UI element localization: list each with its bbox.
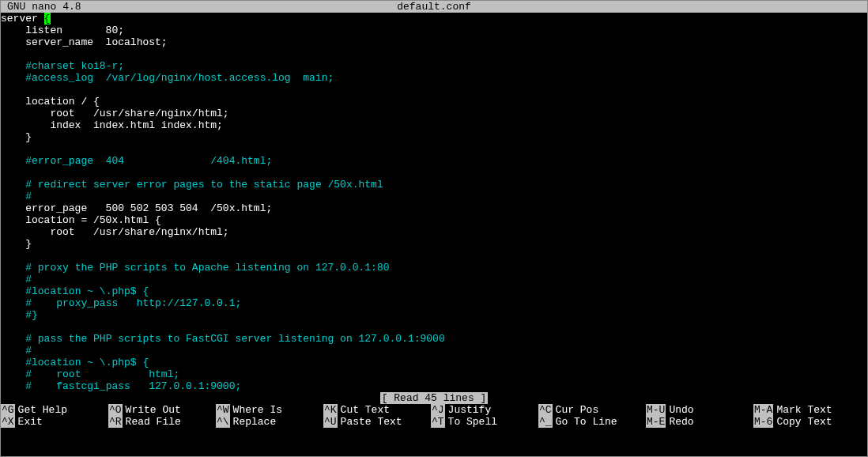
editor-line: server_name localhost; <box>1 36 867 48</box>
text-segment: # root html; <box>25 368 179 380</box>
shortcut-key: M-6 <box>753 416 773 428</box>
editor-line: root /usr/share/nginx/html; <box>1 226 867 238</box>
text-segment <box>1 72 25 84</box>
editor-line: location / { <box>1 96 867 108</box>
text-segment <box>1 297 25 309</box>
shortcut-item: ^GGet Help <box>1 404 108 416</box>
shortcut-label: Mark Text <box>776 404 832 416</box>
text-segment: listen 80; <box>1 25 124 36</box>
shortcut-item: ^OWrite Out <box>108 404 216 416</box>
shortcut-label: Paste Text <box>341 416 402 428</box>
editor-line <box>1 84 867 96</box>
text-segment: error_page 500 502 503 504 /50x.html; <box>1 202 272 214</box>
editor-line: # proxy the PHP scripts to Apache listen… <box>1 262 867 274</box>
text-segment <box>1 262 25 274</box>
shortcut-key: ^G <box>1 404 15 416</box>
editor-line: # <box>1 274 867 285</box>
shortcut-item: M-UUndo <box>646 404 753 416</box>
shortcut-key: M-A <box>753 404 773 416</box>
text-segment: #} <box>25 309 38 321</box>
editor-line <box>1 48 867 60</box>
shortcut-key: ^T <box>431 416 445 428</box>
shortcut-label: Get Help <box>18 404 67 416</box>
shortcut-label: Read File <box>126 416 181 428</box>
editor-line: #} <box>1 309 867 321</box>
text-segment: #location ~ \.php$ { <box>25 357 149 368</box>
shortcut-bar: ^GGet Help^OWrite Out^WWhere Is^KCut Tex… <box>1 404 867 428</box>
editor-line: #error_page 404 /404.html; <box>1 155 867 167</box>
shortcut-item: ^CCur Pos <box>538 404 646 416</box>
shortcut-key: ^O <box>108 404 123 416</box>
shortcut-key: ^R <box>108 416 123 428</box>
text-segment <box>1 179 25 191</box>
shortcut-label: To Spell <box>448 416 497 428</box>
editor-line: root /usr/share/nginx/html; <box>1 108 867 119</box>
shortcut-item: ^RRead File <box>108 416 216 428</box>
shortcut-label: Write Out <box>126 404 181 416</box>
text-segment <box>1 60 25 72</box>
editor-line: # <box>1 345 867 357</box>
shortcut-item: M-6Copy Text <box>753 416 861 428</box>
editor-line <box>1 250 867 262</box>
shortcut-label: Redo <box>669 416 693 428</box>
editor-line: server { <box>1 13 867 25</box>
text-segment: location / { <box>1 96 100 108</box>
text-segment: #access_log /var/log/nginx/host.access.l… <box>25 72 334 84</box>
editor-line: #location ~ \.php$ { <box>1 357 867 368</box>
text-segment: # <box>25 191 32 202</box>
shortcut-item: ^TTo Spell <box>431 416 538 428</box>
shortcut-item: M-AMark Text <box>753 404 861 416</box>
text-segment: # redirect server error pages to the sta… <box>25 179 383 191</box>
text-segment <box>1 309 25 321</box>
shortcut-label: Cut Text <box>341 404 390 416</box>
editor-line <box>1 167 867 179</box>
shortcut-key: ^W <box>216 404 230 416</box>
text-segment: server <box>1 13 44 25</box>
editor-area[interactable]: server { listen 80; server_name localhos… <box>1 13 867 392</box>
filename: default.conf <box>397 1 471 13</box>
editor-line: # pass the PHP scripts to FastCGI server… <box>1 333 867 345</box>
editor-line: # fastcgi_pass 127.0.0.1:9000; <box>1 380 867 392</box>
title-bar: GNU nano 4.8 default.conf <box>1 1 867 13</box>
shortcut-item: ^XExit <box>1 416 108 428</box>
shortcut-label: Cur Pos <box>556 404 599 416</box>
text-segment: # pass the PHP scripts to FastCGI server… <box>25 333 445 345</box>
text-segment: # <box>25 345 32 357</box>
editor-line: #charset koi8-r; <box>1 60 867 72</box>
text-segment: root /usr/share/nginx/html; <box>1 108 229 119</box>
editor-line: location = /50x.html { <box>1 214 867 226</box>
editor-line: listen 80; <box>1 25 867 36</box>
shortcut-key: ^C <box>538 404 553 416</box>
shortcut-label: Copy Text <box>776 416 832 428</box>
shortcut-item: ^KCut Text <box>323 404 431 416</box>
editor-line: } <box>1 131 867 143</box>
editor-line: #access_log /var/log/nginx/host.access.l… <box>1 72 867 84</box>
text-segment <box>1 357 25 368</box>
status-message: [ Read 45 lines ] <box>380 392 489 404</box>
editor-line <box>1 321 867 333</box>
editor-line: # root html; <box>1 368 867 380</box>
text-segment <box>1 380 25 392</box>
text-segment: root /usr/share/nginx/html; <box>1 226 229 238</box>
shortcut-item: ^\Replace <box>216 416 323 428</box>
text-segment <box>1 274 25 285</box>
shortcut-key: ^\ <box>216 416 230 428</box>
text-segment: # <box>25 274 32 285</box>
text-segment: # proxy_pass http://127.0.0.1; <box>25 297 241 309</box>
text-segment: } <box>1 238 32 250</box>
text-segment: #location ~ \.php$ { <box>25 285 149 297</box>
text-segment <box>1 155 25 167</box>
text-segment: index index.html index.htm; <box>1 119 223 131</box>
shortcut-label: Replace <box>233 416 277 428</box>
text-segment <box>1 285 25 297</box>
shortcut-item: ^JJustify <box>431 404 538 416</box>
shortcut-row-2: ^XExit^RRead File^\Replace^UPaste Text^T… <box>1 416 867 428</box>
shortcut-key: M-E <box>646 416 666 428</box>
shortcut-label: Undo <box>669 404 693 416</box>
editor-line: #location ~ \.php$ { <box>1 285 867 297</box>
text-segment: server_name localhost; <box>1 36 168 48</box>
editor-line: # redirect server error pages to the sta… <box>1 179 867 191</box>
shortcut-label: Exit <box>18 416 43 428</box>
shortcut-row-1: ^GGet Help^OWrite Out^WWhere Is^KCut Tex… <box>1 404 867 416</box>
text-segment: # proxy the PHP scripts to Apache listen… <box>25 262 389 274</box>
